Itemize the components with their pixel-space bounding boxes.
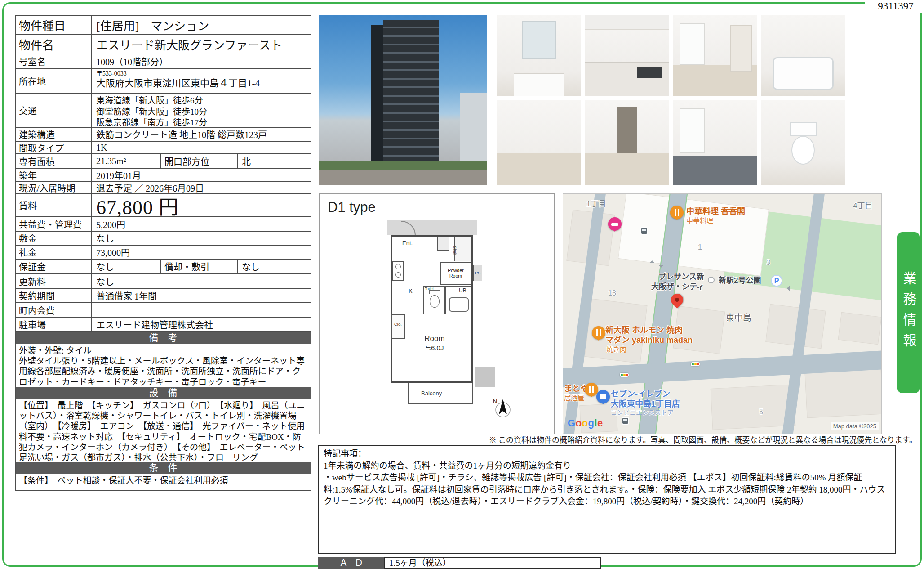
block-number: 5 bbox=[759, 408, 763, 416]
table-row: 保証金なし償却・敷引なし bbox=[16, 260, 311, 274]
photo-balcony bbox=[673, 100, 757, 185]
park-name[interactable]: 新駅2号公園 bbox=[719, 274, 761, 285]
row-value: 2019年01月 bbox=[92, 169, 311, 181]
table-row: 号室名1009（10階部分） bbox=[16, 54, 311, 69]
restaurant-pin-icon[interactable] bbox=[670, 206, 684, 219]
rent-value: 67,800 円 bbox=[92, 194, 311, 216]
restaurant-pin-icon[interactable] bbox=[592, 326, 605, 340]
toilet-bowl-icon bbox=[430, 295, 440, 308]
row-value: 21.35m² bbox=[92, 154, 161, 168]
conditions-header: 条 件 bbox=[16, 462, 311, 474]
business-info-tab[interactable]: 業務情報 bbox=[897, 232, 920, 393]
table-row: 共益費・管理費5,200円 bbox=[16, 217, 311, 232]
bathtub bbox=[773, 57, 833, 90]
row-value: 普通借家 1年間 bbox=[92, 289, 311, 302]
room-size-label: ≒6.0J bbox=[412, 344, 457, 352]
access-line: 東海道線「新大阪」徒歩6分 bbox=[96, 95, 307, 107]
traffic-light-icon bbox=[620, 373, 629, 377]
document-number: 9311397 bbox=[865, 0, 924, 13]
row-label: 建築構造 bbox=[16, 128, 92, 141]
photo-bathroom bbox=[761, 15, 845, 96]
row-label: 開口部方位 bbox=[161, 154, 238, 168]
remarks-text: 外装・外壁: タイル 外壁タイル張り・5階建以上・メールボックス・風除室・インタ… bbox=[16, 344, 311, 387]
floorplan-title: D1 type bbox=[328, 199, 376, 215]
row-value: 北 bbox=[238, 154, 311, 168]
restaurant-pin-icon[interactable] bbox=[585, 383, 598, 396]
row-label: 保証金 bbox=[16, 260, 92, 273]
property-table: 物件種目[住居用] マンション 物件名エスリード新大阪グランファースト 号室名1… bbox=[15, 15, 311, 491]
row-value: 5,200円 bbox=[92, 217, 311, 231]
row-value: 1009（10階部分） bbox=[92, 54, 311, 68]
row-label: 物件種目 bbox=[16, 16, 92, 34]
row-label: 更新料 bbox=[16, 274, 92, 288]
address-text: 大阪府大阪市東淀川区東中島４丁目1-4 bbox=[96, 77, 307, 90]
table-row: 交通東海道線「新大阪」徒歩6分御堂筋線「新大阪」徒歩10分阪急京都線「南方」徒歩… bbox=[16, 94, 311, 128]
closet-box bbox=[391, 314, 405, 339]
row-label: 償却・敷引 bbox=[161, 260, 238, 273]
gas-cooktop bbox=[637, 67, 662, 78]
entrance-label: Ent. bbox=[402, 240, 413, 246]
row-label: 号室名 bbox=[16, 54, 92, 68]
parking-icon[interactable]: P bbox=[771, 275, 782, 287]
row-value: 東海道線「新大阪」徒歩6分御堂筋線「新大阪」徒歩10分阪急京都線「南方」徒歩17… bbox=[92, 94, 311, 127]
cabinet bbox=[585, 15, 669, 30]
table-row: 建築構造鉄筋コンクリート造 地上10階 総戸数123戸 bbox=[16, 128, 311, 142]
map-attribution: Map data ©2025 bbox=[831, 422, 879, 430]
row-label: 駐車場 bbox=[16, 318, 92, 331]
block-number: 1 bbox=[698, 243, 702, 251]
table-row: 礼金73,000円 bbox=[16, 246, 311, 260]
shaft-block bbox=[475, 367, 495, 387]
photo-room bbox=[497, 100, 581, 185]
bus-stop-icon[interactable] bbox=[640, 227, 648, 235]
row-label: 賃料 bbox=[16, 194, 92, 216]
building-side-face bbox=[371, 25, 383, 165]
row-label: 現況/入居時期 bbox=[16, 182, 92, 193]
road-direction-arrow-icon bbox=[784, 286, 790, 291]
table-row: 専有面積21.35m²開口部方位北 bbox=[16, 154, 311, 169]
road-direction-arrow-icon bbox=[649, 258, 655, 263]
floor bbox=[497, 153, 581, 185]
special-notes-box: 特記事項： 1年未満の解約の場合、賃料・共益費の1ヶ月分の短期違約金有り ・we… bbox=[318, 445, 896, 554]
room-label: Room bbox=[412, 334, 457, 343]
kitchen-label: K bbox=[409, 287, 413, 295]
toilet-tank bbox=[790, 122, 817, 135]
access-line: 御堂筋線「新大阪」徒歩10分 bbox=[96, 107, 307, 118]
google-logo: Google bbox=[568, 417, 603, 429]
poi-name[interactable]: 中華料理 香香閣 bbox=[686, 205, 745, 216]
bus-stop-icon[interactable] bbox=[622, 417, 629, 425]
row-value: エスリード建物管理株式会社 bbox=[92, 318, 311, 331]
poi-category: 中華料理 bbox=[686, 215, 713, 225]
row-label: 物件名 bbox=[16, 35, 92, 54]
pipe-space: PS bbox=[473, 265, 482, 281]
street-road bbox=[319, 170, 487, 185]
convenience-store-pin-icon[interactable] bbox=[596, 390, 610, 403]
shelf-label: Shelf bbox=[453, 246, 457, 255]
row-value: エスリード新大阪グランファースト bbox=[92, 35, 311, 54]
row-value: 〒533-0033大阪府大阪市東淀川区東中島４丁目1-4 bbox=[92, 69, 311, 93]
location-map[interactable]: 1丁目 4丁目 東中島 1 3 5 13 中華料理 香香閣 中華料理 プレサンス… bbox=[563, 193, 882, 434]
bathtub-icon bbox=[449, 297, 469, 312]
block-number: 13 bbox=[608, 289, 616, 297]
poi-category: コンビニエンスストア bbox=[611, 408, 674, 417]
photo-hallway bbox=[585, 100, 669, 185]
floor bbox=[585, 153, 669, 185]
row-value: なし bbox=[92, 232, 311, 245]
hotel-pin-icon[interactable] bbox=[608, 217, 622, 231]
row-label: 所在地 bbox=[16, 69, 92, 93]
poi-name: 大阪ザ・シティ bbox=[633, 280, 704, 291]
block-number: 3 bbox=[766, 259, 770, 267]
row-value: なし bbox=[238, 260, 311, 273]
row-value: なし bbox=[92, 260, 161, 273]
poi-dot-icon[interactable] bbox=[708, 277, 715, 283]
powder-room: Powder Room bbox=[440, 262, 471, 285]
window bbox=[680, 23, 705, 65]
table-row: 物件種目[住居用] マンション bbox=[16, 16, 311, 35]
map-building bbox=[804, 368, 882, 418]
remarks-header: 備 考 bbox=[16, 332, 311, 344]
photo-washstand bbox=[497, 15, 581, 96]
table-row: 築年2019年01月 bbox=[16, 169, 311, 182]
poi-name: マダン yakiniku madan bbox=[605, 333, 693, 345]
map-building bbox=[838, 312, 882, 345]
row-label: 契約期間 bbox=[16, 289, 92, 302]
special-notes-line: 1年未満の解約の場合、賃料・共益費の1ヶ月分の短期違約金有り bbox=[324, 460, 891, 472]
